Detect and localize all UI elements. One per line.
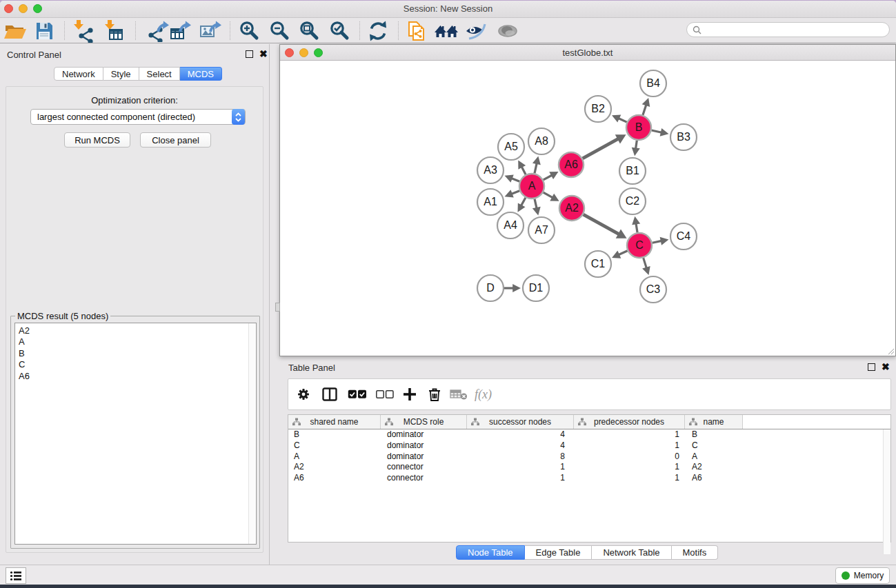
close-table-panel-icon[interactable]: ✖ <box>882 363 890 371</box>
save-session-icon[interactable] <box>32 20 57 42</box>
import-table-icon[interactable] <box>102 20 127 42</box>
export-image-icon[interactable] <box>198 20 223 42</box>
refresh-icon[interactable] <box>366 20 390 42</box>
control-tab-style[interactable]: Style <box>103 67 139 81</box>
divider-handle[interactable] <box>275 303 280 312</box>
title-bar[interactable]: Session: New Session <box>0 1 896 18</box>
toolbar-separator <box>135 21 136 40</box>
table-row[interactable]: Cdominator41C <box>288 440 890 452</box>
edge-B-B3[interactable] <box>652 130 662 132</box>
delete-icon[interactable] <box>422 382 447 407</box>
application-window: Session: New Session Control Panel ✖ Net… <box>0 1 896 585</box>
node-label-B: B <box>635 121 643 133</box>
edge-B-B1[interactable] <box>636 141 637 149</box>
cell-name: A <box>685 452 743 463</box>
table-tab-network-table[interactable]: Network Table <box>592 545 671 560</box>
run-mcds-button[interactable]: Run MCDS <box>64 132 130 148</box>
show-eye-icon[interactable] <box>495 20 520 42</box>
result-scrollbar[interactable] <box>248 323 255 544</box>
edge-A-A8[interactable] <box>535 163 537 174</box>
node-label-C3: C3 <box>646 283 661 295</box>
mcds-result-item[interactable]: B <box>19 348 256 359</box>
close-panel-button[interactable]: Close panel <box>140 132 211 148</box>
float-table-panel-icon[interactable] <box>868 363 875 371</box>
control-tab-mcds[interactable]: MCDS <box>180 67 222 81</box>
table-scrollbar[interactable] <box>883 429 890 554</box>
cell-mcds_role: dominator <box>381 429 467 440</box>
table-tab-motifs[interactable]: Motifs <box>672 545 719 560</box>
edge-A-A4[interactable] <box>521 198 525 206</box>
node-label-A6: A6 <box>564 159 578 170</box>
table-row[interactable]: A2connector11A2 <box>288 462 890 473</box>
zoom-fit-icon[interactable] <box>297 20 321 42</box>
edge-A-A2[interactable] <box>544 192 553 198</box>
export-table-icon[interactable] <box>168 20 192 42</box>
edge-A6-B[interactable] <box>583 139 619 159</box>
table-row[interactable]: Adominator80A <box>288 452 890 463</box>
column-header-name[interactable]: name <box>685 415 743 429</box>
task-history-button[interactable] <box>6 567 26 584</box>
edge-B-B4[interactable] <box>643 105 646 115</box>
close-panel-icon[interactable]: ✖ <box>259 50 268 58</box>
node-label-A1: A1 <box>484 196 497 207</box>
column-header-shared-name[interactable]: shared name <box>288 415 381 429</box>
function-builder-icon[interactable]: f(x) <box>473 382 498 407</box>
node-label-B2: B2 <box>591 103 605 114</box>
network-window-titlebar[interactable]: testGlobe.txt <box>280 45 895 61</box>
edge-B-B2[interactable] <box>618 118 626 122</box>
network-canvas[interactable]: B4B2BB3A5A8A6B1A3AA1C2A2A4A7C4CC1C3DD1 <box>280 61 895 356</box>
cell-predecessor_nodes: 1 <box>574 473 685 484</box>
mcds-result-item[interactable]: A2 <box>19 325 256 336</box>
add-column-icon[interactable] <box>397 382 422 407</box>
edge-C-C3[interactable] <box>644 258 647 268</box>
delete-table-icon[interactable] <box>446 382 471 407</box>
edge-C-C1[interactable] <box>618 251 627 255</box>
cell-shared_name: B <box>288 429 381 440</box>
mcds-result-item[interactable]: C <box>19 359 256 370</box>
edge-A-A7[interactable] <box>535 199 537 209</box>
edge-A2-C[interactable] <box>584 214 619 234</box>
edge-C-C4[interactable] <box>653 241 662 243</box>
cell-shared_name: A2 <box>288 462 381 473</box>
select-all-icon[interactable] <box>345 382 370 407</box>
open-session-icon[interactable] <box>3 20 28 42</box>
dropdown-stepper-icon <box>232 109 245 125</box>
control-tab-network[interactable]: Network <box>54 67 103 81</box>
control-tab-select[interactable]: Select <box>139 67 180 81</box>
table-row[interactable]: Bdominator41B <box>288 429 890 440</box>
cell-predecessor_nodes: 1 <box>574 429 685 440</box>
edge-C-C2[interactable] <box>636 223 637 232</box>
search-input[interactable] <box>686 22 890 37</box>
column-header-predecessor-nodes[interactable]: predecessor nodes <box>574 415 685 429</box>
column-header-MCDS-role[interactable]: MCDS role <box>381 415 467 429</box>
table-tab-edge-table[interactable]: Edge Table <box>525 545 593 560</box>
edge-A-A5[interactable] <box>521 167 526 175</box>
network-files-icon[interactable] <box>404 20 429 42</box>
column-header-successor-nodes[interactable]: successor nodes <box>467 415 574 429</box>
import-network-icon[interactable] <box>71 20 96 42</box>
hide-glasses-icon[interactable] <box>464 20 488 42</box>
settings-gear-icon[interactable] <box>291 382 316 407</box>
mcds-result-item[interactable]: A6 <box>19 371 256 382</box>
window-title: Session: New Session <box>0 3 896 14</box>
zoom-in-icon[interactable] <box>237 20 261 42</box>
float-panel-icon[interactable] <box>246 50 253 58</box>
table-row[interactable]: A6connector11A6 <box>288 473 890 484</box>
table-tab-node-table[interactable]: Node Table <box>456 545 525 560</box>
cell-predecessor_nodes: 1 <box>574 440 685 452</box>
mcds-result-item[interactable]: A <box>19 336 256 347</box>
edge-A-A6[interactable] <box>544 175 552 180</box>
table-panel-title: Table Panel <box>288 363 335 373</box>
zoom-selected-icon[interactable] <box>327 20 352 42</box>
home-icon[interactable] <box>434 20 459 42</box>
column-layout-icon[interactable] <box>317 382 342 407</box>
memory-button[interactable]: Memory <box>835 567 890 584</box>
table-toolbar: f(x) <box>288 378 891 410</box>
edge-A-A1[interactable] <box>511 191 519 194</box>
export-network-icon[interactable] <box>146 20 170 42</box>
zoom-out-icon[interactable] <box>267 20 292 42</box>
optimization-criterion-dropdown[interactable]: largest connected component (directed) <box>30 109 246 125</box>
edge-A-A3[interactable] <box>511 179 519 182</box>
deselect-all-icon[interactable] <box>372 382 397 407</box>
resize-grip-icon[interactable] <box>887 347 895 355</box>
